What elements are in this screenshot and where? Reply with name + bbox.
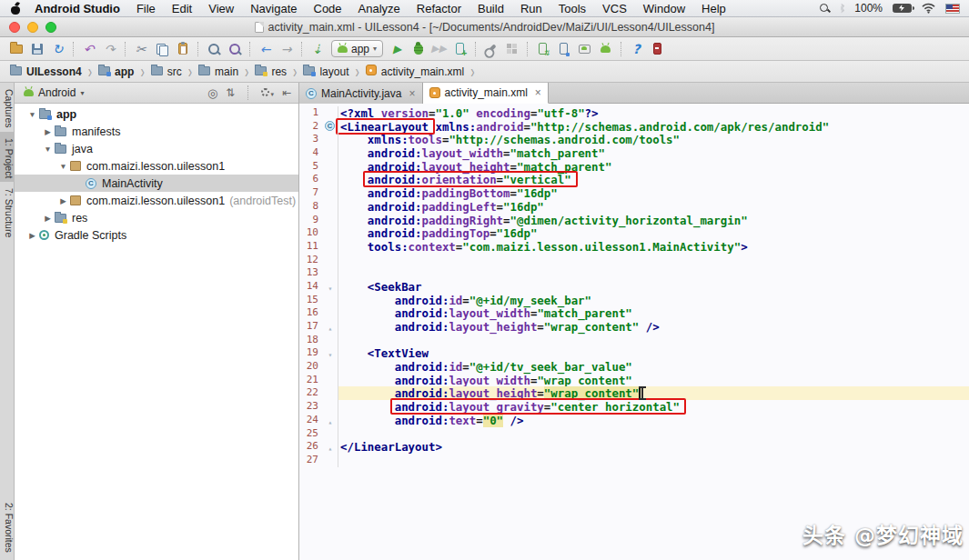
expand-arrow-icon[interactable]: ▼ xyxy=(56,162,70,171)
code-line[interactable]: 13 xyxy=(299,266,969,280)
tree-item-mainactivity[interactable]: CMainActivity xyxy=(15,175,298,192)
code-line[interactable]: 24▴ android:text="0" /> xyxy=(299,414,969,427)
expand-arrow-icon[interactable]: ▶ xyxy=(56,196,70,205)
code-line[interactable]: 15 android:id="@+id/my_seek_bar" xyxy=(299,294,969,307)
run-configuration-selector[interactable]: app▾ xyxy=(331,40,383,57)
save-icon[interactable] xyxy=(26,39,47,59)
breadcrumb-item-main[interactable]: main xyxy=(196,64,241,80)
code-line[interactable]: 10 android:paddingTop="16dp" xyxy=(299,226,969,240)
menu-item-help[interactable]: Help xyxy=(693,2,734,15)
code-line[interactable]: 8 android:paddingLeft="16dp" xyxy=(299,200,969,214)
code-line[interactable]: 2C<LinearLayout xmlns:android="http://sc… xyxy=(299,120,969,134)
fold-marker-icon[interactable]: ▴ xyxy=(328,325,333,333)
settings-icon[interactable]: ▾ xyxy=(261,86,274,99)
menu-item-navigate[interactable]: Navigate xyxy=(242,2,305,15)
code-line[interactable]: 20 android:id="@+id/tv_seek_bar_value" xyxy=(299,360,969,374)
replace-icon[interactable] xyxy=(224,39,245,59)
fold-marker-icon[interactable]: ▾ xyxy=(328,351,333,359)
menu-item-file[interactable]: File xyxy=(128,2,164,15)
code-line[interactable]: 25 xyxy=(299,427,969,441)
tool-button-2-favorites[interactable]: 2: Favorites★ xyxy=(0,496,15,556)
device-add-icon[interactable] xyxy=(449,39,470,59)
code-line[interactable]: 6 android:orientation="vertical" xyxy=(299,173,969,186)
red-device-icon[interactable] xyxy=(647,39,668,59)
tree-item-res[interactable]: ▶res xyxy=(15,209,298,226)
undo-icon[interactable]: ↶ xyxy=(78,39,99,59)
bluetooth-icon[interactable] xyxy=(841,4,844,14)
run-icon[interactable]: ▶ xyxy=(387,39,408,59)
minimize-window-icon[interactable] xyxy=(27,22,38,33)
menu-item-run[interactable]: Run xyxy=(512,2,550,15)
tree-item-manifests[interactable]: ▶manifests xyxy=(15,123,298,140)
expand-arrow-icon[interactable]: ▼ xyxy=(41,145,55,154)
close-tab-icon[interactable]: × xyxy=(535,86,541,99)
code-line[interactable]: 3 xmlns:tools="http://schemas.android.co… xyxy=(299,133,969,146)
debug-icon[interactable] xyxy=(408,39,429,59)
hide-panel-icon[interactable]: ⇤ xyxy=(282,86,291,99)
code-line[interactable]: 9 android:paddingRight="@dimen/activity_… xyxy=(299,214,969,227)
sync-icon[interactable]: ↻ xyxy=(47,39,68,59)
avd-icon[interactable] xyxy=(574,39,595,59)
menu-item-vcs[interactable]: VCS xyxy=(594,2,635,15)
back-icon[interactable]: ← xyxy=(255,39,276,59)
code-line[interactable]: 11 tools:context="com.maizi.lesson.uiles… xyxy=(299,240,969,254)
layout-inspector-icon[interactable] xyxy=(501,39,522,59)
breadcrumb-item-uilesson4[interactable]: UILesson4 xyxy=(7,64,85,80)
code-line[interactable]: 18 xyxy=(299,334,969,347)
tool-button-captures[interactable]: Captures xyxy=(0,83,15,132)
locate-icon[interactable]: ◎ xyxy=(207,86,217,100)
menu-item-refactor[interactable]: Refactor xyxy=(409,2,469,15)
close-window-icon[interactable] xyxy=(9,22,20,33)
code-line[interactable]: 14▾ <SeekBar xyxy=(299,280,969,294)
tab-mainactivity-java[interactable]: CMainActivity.java× xyxy=(299,83,423,104)
code-line[interactable]: 27 xyxy=(299,454,969,467)
menu-item-tools[interactable]: Tools xyxy=(550,2,594,15)
menu-item-android-studio[interactable]: Android Studio xyxy=(26,2,128,15)
attach-icon[interactable]: ▶▶ xyxy=(429,39,449,59)
breadcrumb-item-src[interactable]: src xyxy=(148,64,185,80)
find-icon[interactable] xyxy=(203,39,224,59)
code-line[interactable]: 12 xyxy=(299,254,969,267)
fold-marker-icon[interactable]: ▾ xyxy=(328,285,333,293)
code-line[interactable]: 26▴</LinearLayout> xyxy=(299,440,969,454)
spotlight-icon[interactable] xyxy=(819,3,831,15)
menu-item-code[interactable]: Code xyxy=(306,2,350,15)
menu-item-analyze[interactable]: Analyze xyxy=(350,2,409,15)
update-icon[interactable]: ⇣ xyxy=(307,39,328,59)
code-line[interactable]: 19▾ <TextView xyxy=(299,346,969,360)
expand-arrow-icon[interactable]: ▶ xyxy=(41,127,55,136)
code-line[interactable]: 4 android:layout_width="match_parent" xyxy=(299,146,969,160)
android-icon[interactable] xyxy=(595,39,616,59)
expand-arrow-icon[interactable]: ▶ xyxy=(25,231,39,240)
project-view-selector[interactable]: Android ▾ xyxy=(24,86,84,99)
menu-item-build[interactable]: Build xyxy=(469,2,512,15)
expand-arrow-icon[interactable]: ▼ xyxy=(25,110,39,119)
fold-marker-icon[interactable]: ▴ xyxy=(328,418,333,426)
expand-arrow-icon[interactable]: ▶ xyxy=(41,214,55,223)
code-line[interactable]: 23 android:layout_gravity="center_horizo… xyxy=(299,400,969,414)
editor[interactable]: 1<?xml version="1.0" encoding="utf-8"?>2… xyxy=(299,104,969,560)
device-sync-icon[interactable] xyxy=(532,39,553,59)
code-line[interactable]: 16 android:layout_width="match_parent" xyxy=(299,306,969,320)
tree-item-com-maizi-lesson-uilesson1-androidtest[interactable]: ▶com.maizi.lesson.uilesson1(androidTest) xyxy=(15,192,298,209)
class-gutter-icon[interactable]: C xyxy=(325,121,335,131)
code-line[interactable]: 22 android:layout_height="wrap_content" xyxy=(299,386,969,400)
breadcrumb-item-res[interactable]: res xyxy=(252,64,289,80)
menu-item-view[interactable]: View xyxy=(200,2,242,15)
code-line[interactable]: 17▴ android:layout_height="wrap_content"… xyxy=(299,320,969,334)
breadcrumb-item-activity-main-xml[interactable]: activity_main.xml xyxy=(363,63,467,80)
tool-button-7-structure[interactable]: 7: Structure xyxy=(0,182,15,241)
device-edit-icon[interactable] xyxy=(553,39,574,59)
code-line[interactable]: 21 android:layout_width="wrap_content" xyxy=(299,374,969,387)
input-language-flag-icon[interactable] xyxy=(945,4,960,14)
code-line[interactable]: 5 android:layout_height="match_parent" xyxy=(299,160,969,174)
tree-item-com-maizi-lesson-uilesson1[interactable]: ▼com.maizi.lesson.uilesson1 xyxy=(15,157,298,175)
tree-item-java[interactable]: ▼java xyxy=(15,140,298,157)
redo-icon[interactable]: ↷ xyxy=(99,39,120,59)
forward-icon[interactable]: → xyxy=(276,39,297,59)
wrench-icon[interactable] xyxy=(480,39,501,59)
zoom-window-icon[interactable] xyxy=(45,22,56,33)
tree-item-gradle-scripts[interactable]: ▶Gradle Scripts xyxy=(15,226,298,244)
menu-item-window[interactable]: Window xyxy=(635,2,693,15)
collapse-all-icon[interactable]: ⇅ xyxy=(226,86,235,99)
